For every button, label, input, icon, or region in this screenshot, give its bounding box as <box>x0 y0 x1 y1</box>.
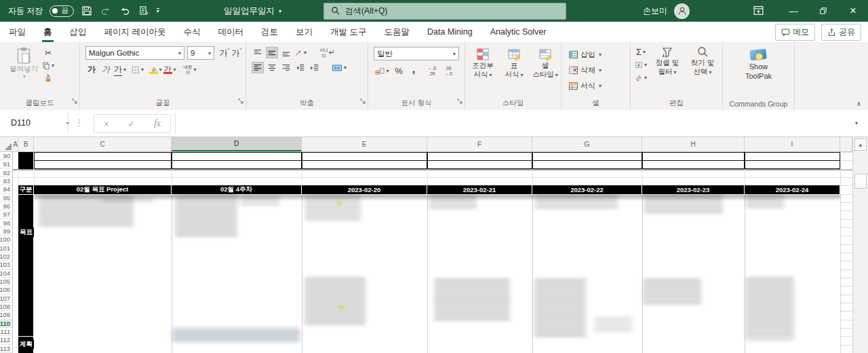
italic-button[interactable]: 가 <box>100 64 112 75</box>
align-top-icon[interactable] <box>252 47 264 58</box>
tab-page-layout[interactable]: 페이지 레이아웃 <box>96 22 175 42</box>
row-header-103[interactable]: 103 <box>0 261 13 269</box>
expand-formula-bar-icon[interactable]: ▾ <box>855 120 858 126</box>
row-header-99[interactable]: 99 <box>0 227 13 236</box>
row-header-113[interactable]: 113 <box>0 345 13 353</box>
save-icon[interactable] <box>81 5 93 17</box>
find-select-button[interactable]: 찾기 및 선택▾ <box>685 46 720 83</box>
row-header-101[interactable]: 101 <box>0 244 13 253</box>
column-header-F[interactable]: F <box>427 137 532 151</box>
share-button[interactable]: 공유 <box>821 24 861 41</box>
autosave-toggle[interactable]: 끔 <box>50 5 74 17</box>
increase-decimal-button[interactable]: ←.0.00 <box>425 65 439 77</box>
minimize-button[interactable]: — <box>778 0 808 22</box>
phonetic-guide-button[interactable]: 내천川▾ <box>182 64 198 75</box>
table-header-cell[interactable]: 2023-02-21 <box>427 185 532 194</box>
table-header-cell[interactable]: 2023-02-24 <box>745 185 840 194</box>
column-header-H[interactable]: H <box>642 137 745 151</box>
row-header-97[interactable]: 97 <box>0 210 13 219</box>
increase-indent-icon[interactable] <box>309 62 321 73</box>
tab-home[interactable]: 홈 <box>35 22 61 42</box>
format-painter-icon[interactable] <box>42 73 54 84</box>
font-name-select[interactable]: Malgun Gothic ▾ <box>85 46 184 60</box>
borders-button[interactable]: ▾ <box>132 64 144 75</box>
font-size-select[interactable]: 9 ▾ <box>187 46 214 60</box>
column-header-B[interactable]: B <box>18 137 34 151</box>
row-header-112[interactable]: 112 <box>0 336 13 344</box>
grow-font-button[interactable]: 가ˆ <box>218 48 231 59</box>
delete-cells-button[interactable]: 삭제▾ <box>568 64 630 77</box>
cut-icon[interactable]: ✂ <box>42 47 54 58</box>
orientation-button[interactable]: ▾ <box>294 47 307 58</box>
table-header-cell[interactable]: 02월 4주차 <box>172 185 302 194</box>
wrap-text-button[interactable]: 가나다 <box>318 47 336 58</box>
copy-icon[interactable]: ▾ <box>42 60 54 71</box>
sort-filter-button[interactable]: 정렬 및 필터▾ <box>650 46 685 83</box>
table-header-cell[interactable]: 2023-02-23 <box>642 185 745 194</box>
row-header-106[interactable]: 106 <box>0 286 13 294</box>
row-header-102[interactable]: 102 <box>0 253 13 261</box>
merge-center-button[interactable]: ▾ <box>331 62 347 73</box>
align-middle-icon[interactable] <box>266 47 278 58</box>
alignment-dialog-launcher-icon[interactable] <box>360 94 366 107</box>
insert-cells-button[interactable]: 삽입▾ <box>568 48 630 61</box>
format-cells-button[interactable]: 서식▾ <box>568 79 630 92</box>
row-header-108[interactable]: 108 <box>0 303 13 311</box>
name-box[interactable]: D110 ▾ <box>7 114 73 132</box>
tab-data[interactable]: 데이터 <box>209 22 252 42</box>
tab-analytic-solver[interactable]: Analytic Solver <box>481 22 555 42</box>
row-header-94[interactable]: 94 <box>0 185 13 193</box>
column-header-I[interactable]: I <box>745 137 840 151</box>
insert-function-icon[interactable]: fx <box>154 118 161 129</box>
tab-data-mining[interactable]: Data Mining <box>418 22 481 42</box>
column-header-D[interactable]: D <box>172 137 302 151</box>
autosum-button[interactable]: Σ▾ <box>635 46 647 58</box>
decrease-indent-icon[interactable] <box>294 62 307 73</box>
tab-insert[interactable]: 삽입 <box>61 22 96 42</box>
table-header-cell[interactable]: 구분 <box>18 185 34 194</box>
font-color-button[interactable]: 가▾ <box>163 64 176 75</box>
search-input[interactable]: 검색(Alt+Q) <box>323 3 566 20</box>
percent-style-button[interactable]: % <box>393 65 405 77</box>
worksheet-area[interactable]: ▲ ABCDEFGHI90919293949596979899100101102… <box>0 137 868 353</box>
align-center-icon[interactable] <box>266 62 278 73</box>
show-toolpak-button[interactable]: Show ToolPak <box>738 49 779 81</box>
row-header-91[interactable]: 91 <box>0 160 13 168</box>
row-header-111[interactable]: 111 <box>0 328 13 336</box>
table-header-cell[interactable]: 2023-02-20 <box>302 185 427 194</box>
tab-formulas[interactable]: 수식 <box>174 22 209 42</box>
comma-style-button[interactable]: , <box>408 65 420 77</box>
column-header-E[interactable]: E <box>302 137 427 151</box>
ribbon-display-options-icon[interactable] <box>753 5 764 18</box>
document-title[interactable]: 일일업무일지 ▾ <box>224 0 281 22</box>
clear-button[interactable]: ▾ <box>635 72 647 83</box>
tab-view[interactable]: 보기 <box>287 22 321 42</box>
row-header-109[interactable]: 109 <box>0 311 13 319</box>
align-bottom-icon[interactable] <box>280 47 292 58</box>
row-header-98[interactable]: 98 <box>0 219 13 227</box>
column-header-A[interactable]: A <box>13 137 18 151</box>
restore-button[interactable] <box>808 0 838 22</box>
undo-icon[interactable] <box>119 5 131 17</box>
tab-review[interactable]: 검토 <box>252 22 287 42</box>
customize-quick-access-icon[interactable]: ▾ <box>157 8 159 14</box>
number-dialog-launcher-icon[interactable] <box>457 94 462 107</box>
vertical-scrollbar[interactable]: ▲ <box>852 137 868 353</box>
tab-developer[interactable]: 개발 도구 <box>321 22 375 42</box>
scroll-up-button[interactable]: ▲ <box>854 138 867 151</box>
row-header-90[interactable]: 90 <box>0 152 13 160</box>
row-header-92[interactable]: 92 <box>0 169 13 177</box>
row-header-95[interactable]: 95 <box>0 194 13 202</box>
number-format-select[interactable]: 일반 ▾ <box>374 47 459 60</box>
font-dialog-launcher-icon[interactable] <box>238 94 243 107</box>
shrink-font-button[interactable]: 가ˇ <box>231 48 243 59</box>
comments-button[interactable]: 메모 <box>775 24 815 41</box>
cell-styles-button[interactable]: 셀 스타일▾ <box>530 48 560 79</box>
conditional-formatting-button[interactable]: 조건부 서식▾ <box>468 48 498 79</box>
row-header-100[interactable]: 100 <box>0 236 13 244</box>
align-right-icon[interactable] <box>280 62 292 73</box>
fill-color-button[interactable]: ▾ <box>149 64 161 75</box>
collapse-ribbon-icon[interactable]: ∧ <box>856 100 861 107</box>
column-header-partial[interactable] <box>840 137 852 151</box>
close-button[interactable]: × <box>838 0 868 22</box>
